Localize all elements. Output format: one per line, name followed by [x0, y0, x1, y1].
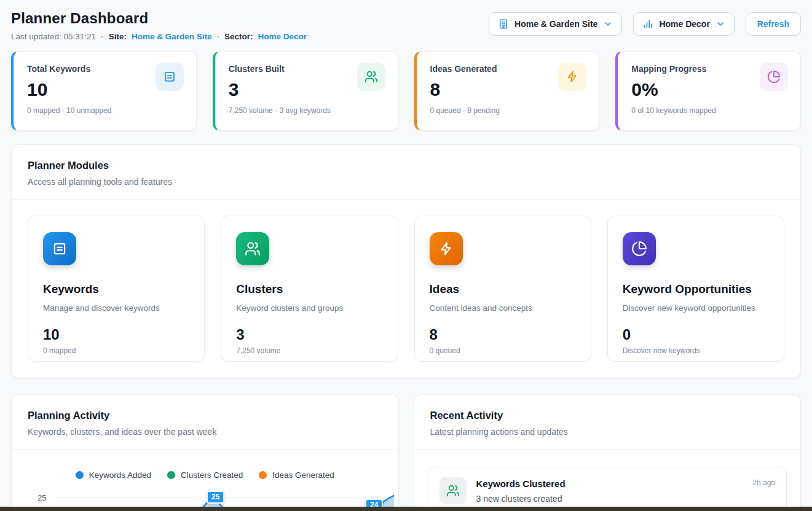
- legend-item-keywords-added[interactable]: Keywords Added: [76, 470, 151, 480]
- module-title: Ideas: [430, 283, 576, 296]
- module-description: Discover new keyword opportunities: [623, 303, 769, 313]
- legend-item-clusters-created[interactable]: Clusters Created: [167, 470, 243, 480]
- module-detail: 0 queued: [430, 346, 576, 355]
- module-description: Keyword clusters and groups: [236, 303, 382, 313]
- module-value: 3: [236, 326, 382, 343]
- legend-dot-blue: [76, 471, 84, 479]
- planning-activity-subtitle: Keywords, clusters, and ideas over the p…: [28, 427, 382, 437]
- legend-dot-green: [167, 471, 175, 479]
- users-icon: [440, 477, 467, 504]
- module-value: 8: [430, 326, 576, 343]
- legend-dot-orange: [259, 471, 267, 479]
- module-title: Keywords: [43, 283, 189, 296]
- page-meta: Last updated: 05:31:21 · Site: Home & Ga…: [11, 32, 307, 41]
- data-point-label: 25: [207, 491, 224, 504]
- module-title: Clusters: [236, 283, 382, 296]
- stat-card-mapping-progress: Mapping Progress 0% 0 of 10 keywords map…: [615, 51, 801, 131]
- page-title: Planner Dashboard: [11, 10, 307, 27]
- page-header: Planner Dashboard Last updated: 05:31:21…: [11, 10, 801, 41]
- module-description: Manage and discover keywords: [43, 303, 189, 313]
- activity-item-title: Keywords Clustered: [476, 478, 566, 489]
- sector-selector-label: Home Decor: [659, 19, 709, 29]
- module-card-keyword-opportunities[interactable]: Keyword Opportunities Discover new keywo…: [607, 216, 784, 362]
- document-icon: [43, 232, 76, 265]
- meta-separator: ·: [216, 32, 219, 41]
- modules-title: Planner Modules: [28, 160, 784, 171]
- site-selector-label: Home & Garden Site: [514, 19, 597, 29]
- users-icon: [357, 63, 385, 91]
- modules-subtitle: Access all planning tools and features: [28, 177, 784, 187]
- activity-item-body: Keywords Clustered 3 new clusters create…: [476, 477, 566, 504]
- planning-activity-header: Planning Activity Keywords, clusters, an…: [12, 395, 398, 450]
- sector-selector-dropdown[interactable]: Home Decor: [633, 12, 734, 36]
- header-controls: Home & Garden Site Home Decor Refresh: [489, 12, 801, 36]
- stat-cards-row: Total Keywords 10 0 mapped · 10 unmapped…: [11, 51, 801, 131]
- recent-activity-header: Recent Activity Latest planning actions …: [414, 395, 801, 450]
- users-icon: [236, 232, 269, 265]
- module-card-clusters[interactable]: Clusters Keyword clusters and groups 3 7…: [221, 216, 398, 362]
- header-left: Planner Dashboard Last updated: 05:31:21…: [11, 10, 307, 41]
- module-value: 0: [623, 326, 769, 343]
- site-label: Site:: [109, 32, 127, 41]
- module-description: Content ideas and concepts: [430, 303, 576, 313]
- document-icon: [156, 63, 184, 91]
- bottom-panels: Planning Activity Keywords, clusters, an…: [11, 394, 801, 511]
- legend-label: Clusters Created: [181, 470, 243, 480]
- recent-activity-subtitle: Latest planning actions and updates: [430, 427, 785, 437]
- legend-label: Keywords Added: [89, 470, 151, 480]
- building-icon: [498, 18, 509, 29]
- lightning-icon: [430, 232, 463, 265]
- module-title: Keyword Opportunities: [623, 283, 769, 296]
- stat-card-total-keywords: Total Keywords 10 0 mapped · 10 unmapped: [11, 51, 197, 131]
- module-value: 10: [43, 326, 189, 343]
- activity-item-timestamp: 2h ago: [752, 478, 775, 487]
- module-detail: 7,250 volume: [236, 346, 382, 355]
- recent-activity-panel: Recent Activity Latest planning actions …: [414, 394, 802, 511]
- module-card-ideas[interactable]: Ideas Content ideas and concepts 8 0 que…: [414, 216, 591, 362]
- last-updated-text: Last updated: 05:31:21: [11, 32, 96, 41]
- module-detail: 0 mapped: [43, 346, 189, 355]
- planning-activity-title: Planning Activity: [28, 410, 382, 421]
- stat-detail: 0 queued · 8 pending: [430, 106, 586, 115]
- lightning-icon: [558, 63, 586, 91]
- module-card-keywords[interactable]: Keywords Manage and discover keywords 10…: [28, 216, 205, 362]
- planning-activity-panel: Planning Activity Keywords, clusters, an…: [11, 394, 399, 511]
- planner-dashboard-page: Planner Dashboard Last updated: 05:31:21…: [0, 0, 812, 511]
- sector-label: Sector:: [224, 32, 253, 41]
- chevron-down-icon: [715, 19, 725, 29]
- activity-item-keywords-clustered[interactable]: Keywords Clustered 3 new clusters create…: [428, 467, 787, 511]
- bar-chart-icon: [642, 18, 653, 29]
- stat-card-ideas-generated: Ideas Generated 8 0 queued · 8 pending: [414, 51, 600, 131]
- chart-legend: Keywords Added Clusters Created Ideas Ge…: [12, 470, 398, 480]
- modules-grid: Keywords Manage and discover keywords 10…: [12, 200, 800, 378]
- legend-label: Ideas Generated: [272, 470, 334, 480]
- taskbar-edge: [0, 507, 812, 511]
- activity-item-description: 3 new clusters created: [476, 494, 566, 504]
- recent-activity-title: Recent Activity: [430, 410, 785, 421]
- modules-panel-header: Planner Modules Access all planning tool…: [12, 145, 800, 200]
- stat-detail: 7,250 volume · 3 avg keywords: [229, 106, 384, 115]
- legend-item-ideas-generated[interactable]: Ideas Generated: [259, 470, 334, 480]
- sector-link[interactable]: Home Decor: [258, 32, 307, 41]
- stat-detail: 0 mapped · 10 unmapped: [27, 106, 183, 115]
- pie-chart-icon: [760, 63, 788, 91]
- stat-detail: 0 of 10 keywords mapped: [631, 106, 787, 115]
- y-axis-tick: 25: [37, 493, 46, 502]
- site-link[interactable]: Home & Garden Site: [132, 32, 212, 41]
- pie-chart-icon: [623, 232, 656, 265]
- planner-modules-panel: Planner Modules Access all planning tool…: [11, 144, 801, 378]
- module-detail: Discover new keywords: [623, 346, 769, 355]
- meta-separator: ·: [101, 32, 104, 41]
- site-selector-dropdown[interactable]: Home & Garden Site: [489, 12, 622, 36]
- chevron-down-icon: [603, 19, 613, 29]
- stat-card-clusters-built: Clusters Built 3 7,250 volume · 3 avg ke…: [213, 51, 398, 131]
- activity-list: Keywords Clustered 3 new clusters create…: [414, 450, 801, 511]
- refresh-button[interactable]: Refresh: [746, 12, 801, 36]
